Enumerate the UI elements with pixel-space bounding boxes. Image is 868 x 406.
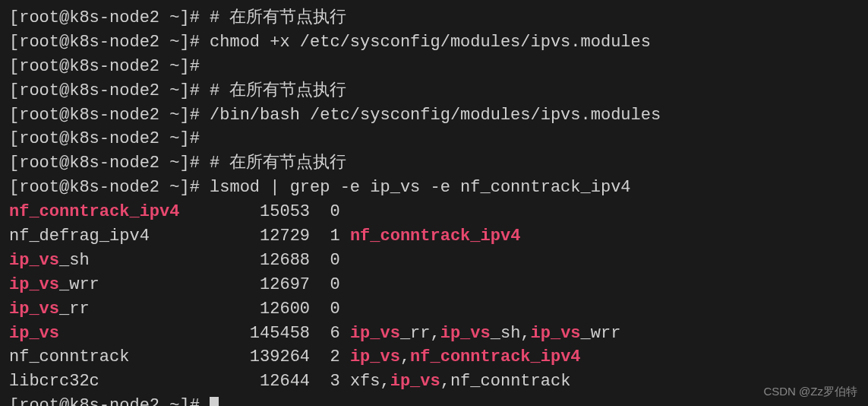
prompt-cursor-line[interactable]: [root@k8s-node2 ~]# <box>9 394 859 406</box>
terminal-line: [root@k8s-node2 ~]# # 在所有节点执行 <box>9 6 859 30</box>
terminal-line: [root@k8s-node2 ~]# # 在所有节点执行 <box>9 151 859 176</box>
lsmod-row: nf_defrag_ipv4 12729 1 nf_conntrack_ipv4 <box>9 224 859 249</box>
lsmod-row: ip_vs 145458 6 ip_vs_rr,ip_vs_sh,ip_vs_w… <box>9 322 859 346</box>
lsmod-row: ip_vs_wrr 12697 0 <box>9 273 859 297</box>
terminal-line: [root@k8s-node2 ~]# # 在所有节点执行 <box>9 79 859 103</box>
terminal-line: [root@k8s-node2 ~]# lsmod | grep -e ip_v… <box>9 176 859 200</box>
terminal-line: [root@k8s-node2 ~]# chmod +x /etc/syscon… <box>9 30 859 55</box>
watermark-text: CSDN @Zz罗伯特 <box>763 383 857 400</box>
terminal-output: [root@k8s-node2 ~]# # 在所有节点执行[root@k8s-n… <box>9 6 859 406</box>
cursor <box>210 397 219 406</box>
lsmod-row: ip_vs_rr 12600 0 <box>9 297 859 322</box>
lsmod-row: ip_vs_sh 12688 0 <box>9 249 859 273</box>
terminal-line: [root@k8s-node2 ~]# <box>9 127 859 151</box>
terminal-line: [root@k8s-node2 ~]# /bin/bash /etc/sysco… <box>9 103 859 128</box>
lsmod-row: nf_conntrack_ipv4 15053 0 <box>9 200 859 224</box>
terminal-line: [root@k8s-node2 ~]# <box>9 55 859 79</box>
lsmod-row: nf_conntrack 139264 2 ip_vs,nf_conntrack… <box>9 345 859 370</box>
lsmod-row: libcrc32c 12644 3 xfs,ip_vs,nf_conntrack <box>9 370 859 394</box>
